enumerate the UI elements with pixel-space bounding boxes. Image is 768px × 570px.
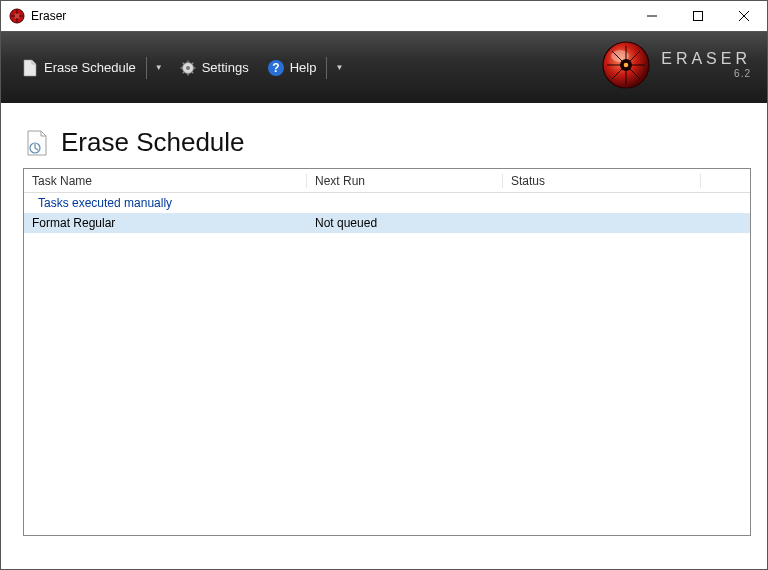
svg-rect-2 (694, 12, 703, 21)
list-header: Task Name Next Run Status (24, 169, 750, 193)
erase-schedule-dropdown[interactable]: ▼ (151, 63, 167, 72)
erase-schedule-label: Erase Schedule (44, 60, 136, 75)
document-icon (21, 59, 39, 77)
list-body[interactable]: Tasks executed manually Format Regular N… (24, 193, 750, 535)
close-button[interactable] (721, 1, 767, 31)
group-row[interactable]: Tasks executed manually (24, 193, 750, 213)
window-controls (629, 1, 767, 31)
task-name-cell: Format Regular (24, 216, 307, 230)
help-dropdown[interactable]: ▼ (331, 63, 347, 72)
maximize-button[interactable] (675, 1, 721, 31)
help-icon: ? (267, 59, 285, 77)
column-task-name[interactable]: Task Name (24, 174, 307, 188)
schedule-list: Task Name Next Run Status Tasks executed… (23, 168, 751, 536)
svg-point-11 (624, 63, 629, 68)
column-next-run[interactable]: Next Run (307, 174, 503, 188)
window-titlebar: Eraser (1, 1, 767, 31)
eraser-logo-icon (601, 40, 651, 90)
page-header: Erase Schedule (23, 127, 751, 158)
app-icon (9, 8, 25, 24)
separator (326, 57, 327, 79)
page-document-icon (23, 129, 51, 157)
help-button[interactable]: ? Help (261, 55, 323, 81)
app-toolbar: Erase Schedule ▼ Settings ? Help ▼ (1, 31, 767, 103)
content-area: Erase Schedule Task Name Next Run Status… (1, 103, 767, 569)
column-status[interactable]: Status (503, 174, 701, 188)
window-title: Eraser (31, 9, 66, 23)
erase-schedule-button[interactable]: Erase Schedule (15, 55, 142, 81)
task-row[interactable]: Format Regular Not queued (24, 213, 750, 233)
gear-icon (179, 59, 197, 77)
task-nextrun-cell: Not queued (307, 216, 503, 230)
svg-text:?: ? (272, 61, 279, 75)
page-title: Erase Schedule (61, 127, 245, 158)
brand-name: ERASER (661, 51, 751, 67)
svg-point-4 (186, 66, 190, 70)
separator (146, 57, 147, 79)
brand-text: ERASER 6.2 (661, 51, 751, 79)
brand-version: 6.2 (734, 69, 751, 79)
settings-label: Settings (202, 60, 249, 75)
settings-button[interactable]: Settings (173, 55, 255, 81)
minimize-button[interactable] (629, 1, 675, 31)
brand-area: ERASER 6.2 (601, 40, 751, 90)
help-label: Help (290, 60, 317, 75)
